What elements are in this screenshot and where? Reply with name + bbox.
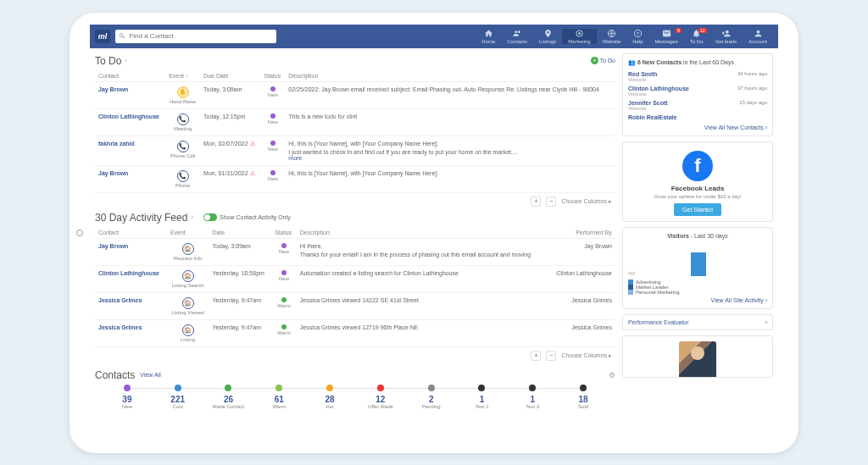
- nav-label: Website: [603, 39, 621, 44]
- contact-link[interactable]: Jessica Grimes: [98, 324, 142, 330]
- status-dot: [281, 297, 287, 302]
- view-all-contacts[interactable]: View All New Contacts ›: [628, 125, 767, 130]
- target-icon: [575, 29, 584, 38]
- remove-row-button[interactable]: −: [546, 197, 556, 207]
- pipeline-stage[interactable]: 2Pending: [406, 385, 457, 409]
- user-icon: [754, 29, 763, 38]
- pipeline-stage[interactable]: 61Warm: [253, 385, 304, 409]
- nav-marketing[interactable]: Marketing: [562, 29, 596, 44]
- contact-link[interactable]: Jay Brown: [98, 86, 128, 92]
- visitors-title: Visitors - Last 30 days: [628, 233, 767, 239]
- visitors-chart: 400: [628, 242, 767, 276]
- contact-link[interactable]: Jessica Grimes: [98, 297, 142, 303]
- view-all-activity[interactable]: View All Site Activity ›: [628, 297, 767, 303]
- nav-messages[interactable]: 8Messages: [649, 29, 684, 44]
- search-icon: [119, 32, 125, 40]
- col-event[interactable]: Event: [167, 227, 209, 239]
- table-row[interactable]: Clinton Lathinghouse 📞Meeting Today, 12:…: [95, 108, 615, 136]
- nav-listings[interactable]: Listings: [533, 29, 562, 44]
- col-desc[interactable]: Description: [297, 227, 549, 239]
- add-user-icon: [721, 29, 731, 38]
- nav-website[interactable]: Website: [597, 29, 627, 44]
- table-row[interactable]: fakhria zahid 📞Phone Call Mon, 02/07/202…: [95, 136, 615, 165]
- table-row[interactable]: Jay Brown 📞Phone Mon, 01/31/2022 ⚠ New H…: [95, 165, 615, 192]
- nav-todo[interactable]: 12To Do: [684, 29, 709, 44]
- new-contacts-panel: 👥 6 New Contacts in the Last 60 Days Red…: [622, 53, 773, 136]
- list-item[interactable]: Red SmithWebsite34 hours ago: [628, 69, 767, 84]
- app-logo[interactable]: ml: [95, 30, 110, 43]
- table-row[interactable]: Jessica Grimes 🏠Listing Viewed Yesterday…: [95, 292, 615, 319]
- col-event[interactable]: Event ↑: [165, 70, 200, 82]
- stage-dot: [175, 385, 181, 391]
- tablet-home-button[interactable]: [76, 230, 83, 236]
- nav-label: Account: [748, 39, 767, 44]
- event-icon: 📞: [177, 141, 189, 152]
- table-row[interactable]: Clinton Lathinghouse 🏠Listing Search Yes…: [95, 265, 615, 292]
- contact-link[interactable]: Jay Brown: [98, 170, 128, 176]
- get-started-button[interactable]: Get Started: [674, 203, 721, 216]
- stage-dot: [275, 385, 282, 391]
- event-icon: 📞: [177, 113, 189, 125]
- table-row[interactable]: Jessica Grimes 🏠Listing Yesterday, 9:47a…: [95, 319, 615, 346]
- nav-getleads[interactable]: Get leads: [709, 29, 743, 44]
- feed-section-title: 30 Day Activity Feed › Show Contact Acti…: [95, 212, 615, 224]
- contacts-viewall[interactable]: View All: [140, 372, 160, 378]
- pipeline-stage[interactable]: 39New: [102, 385, 153, 409]
- more-link[interactable]: more: [288, 155, 302, 161]
- new-contacts-title: 👥 6 New Contacts in the Last 60 Days: [628, 59, 767, 66]
- activity-toggle[interactable]: Show Contact Activity Only: [203, 213, 291, 221]
- nav-home[interactable]: Home: [476, 29, 501, 44]
- col-status[interactable]: Status: [271, 227, 297, 239]
- col-due[interactable]: Due Date: [200, 70, 260, 82]
- home-icon: [484, 29, 493, 38]
- pipeline-stage[interactable]: 26Made Contact: [203, 385, 254, 409]
- pipeline-stage[interactable]: 221Cold: [153, 385, 203, 409]
- nav-help[interactable]: ?Help: [626, 29, 648, 44]
- nav-account[interactable]: Account: [743, 29, 773, 44]
- add-row-button[interactable]: +: [531, 197, 541, 207]
- choose-columns[interactable]: Choose Columns ▸: [561, 198, 612, 205]
- gear-icon[interactable]: ⚙: [609, 371, 615, 379]
- svg-text:?: ?: [637, 30, 640, 36]
- visitors-panel: Visitors - Last 30 days 400 AdvertisingM…: [622, 227, 773, 309]
- list-item[interactable]: Robin RealEstate: [628, 113, 767, 122]
- col-status[interactable]: Status: [260, 70, 285, 82]
- nav-label: To Do: [690, 39, 704, 44]
- fb-title: Facebook Leads: [628, 185, 767, 192]
- col-by[interactable]: Performed By: [549, 227, 615, 239]
- profile-panel: [622, 335, 773, 378]
- help-icon: ?: [633, 29, 643, 38]
- stage-dot: [580, 385, 587, 391]
- toggle-switch[interactable]: [203, 213, 217, 221]
- col-desc[interactable]: Description: [285, 70, 615, 82]
- col-date[interactable]: Date: [209, 227, 271, 239]
- todo-add-link[interactable]: +To Do: [591, 57, 615, 64]
- col-contact[interactable]: Contact: [95, 70, 165, 82]
- table-row[interactable]: Jay Brown 🏠Request Info Today, 3:09am Ne…: [95, 238, 615, 265]
- remove-row-button[interactable]: −: [546, 351, 556, 361]
- nav-contacts[interactable]: Contacts: [501, 29, 533, 44]
- choose-columns[interactable]: Choose Columns ▸: [561, 352, 612, 359]
- pipeline-stage[interactable]: 1Test 1: [457, 385, 508, 409]
- avatar-image: [679, 341, 716, 378]
- stage-dot: [529, 385, 536, 391]
- search-box[interactable]: [115, 30, 276, 43]
- pipeline-stage[interactable]: 18Sold: [558, 385, 609, 409]
- contact-link[interactable]: fakhria zahid: [98, 141, 135, 147]
- search-input[interactable]: [129, 32, 273, 40]
- col-contact[interactable]: Contact: [95, 227, 167, 239]
- event-icon: 📞: [177, 170, 189, 182]
- todo-section-title: To Do › +To Do: [95, 55, 615, 67]
- list-item[interactable]: Jennifer ScottWebsite15 days ago: [628, 98, 767, 113]
- table-row[interactable]: Jay Brown ✋Hand Raise Today, 3:09am New …: [95, 81, 615, 108]
- contact-link[interactable]: Clinton Lathinghouse: [98, 270, 159, 276]
- list-item[interactable]: Clinton LathinghouseWebsite37 hours ago: [628, 84, 767, 98]
- pipeline-stage[interactable]: 28Hot: [304, 385, 355, 409]
- performance-panel[interactable]: Performance Evaluator ›: [622, 314, 773, 330]
- pipeline-stage[interactable]: 1Test 2: [507, 385, 558, 409]
- pipeline-stage[interactable]: 12Offer Made: [355, 385, 406, 409]
- contact-link[interactable]: Jay Brown: [98, 243, 128, 249]
- todo-table: Contact Event ↑ Due Date Status Descript…: [95, 70, 615, 193]
- add-row-button[interactable]: +: [531, 351, 541, 361]
- contact-link[interactable]: Clinton Lathinghouse: [98, 113, 159, 119]
